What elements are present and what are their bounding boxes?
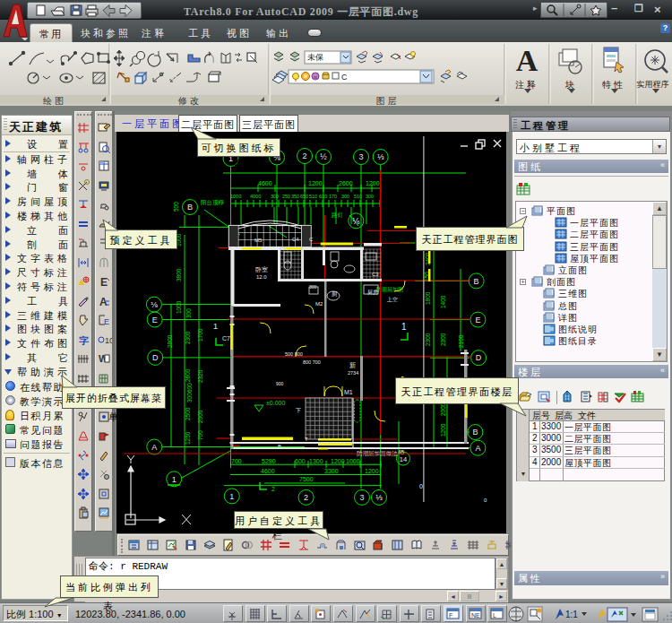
svg-text:0: 0	[484, 498, 487, 503]
svg-text:2734: 2734	[348, 370, 358, 376]
svg-text:14: 14	[400, 455, 407, 463]
svg-text:厨房: 厨房	[367, 289, 378, 295]
svg-text:170: 170	[329, 194, 337, 199]
svg-text:2: 2	[304, 493, 308, 502]
svg-text:300: 300	[271, 194, 279, 199]
svg-text:300: 300	[366, 194, 374, 199]
svg-text:4600: 4600	[258, 180, 272, 186]
svg-text:阳台顶棦: 阳台顶棦	[201, 199, 225, 206]
svg-text:上空: 上空	[386, 297, 398, 302]
svg-text:C7: C7	[222, 335, 230, 342]
svg-text:±0.000: ±0.000	[266, 400, 285, 406]
svg-text:7500: 7500	[299, 476, 314, 482]
svg-text:A: A	[151, 443, 157, 452]
svg-text:2100: 2100	[458, 334, 464, 348]
svg-text:250: 250	[282, 194, 290, 199]
svg-text:E: E	[152, 316, 158, 324]
svg-text:⅓: ⅓	[377, 152, 384, 161]
svg-text:1200: 1200	[440, 423, 446, 437]
svg-text:4000: 4000	[250, 194, 261, 199]
svg-text:1200: 1200	[308, 180, 323, 186]
svg-text:1200: 1200	[366, 180, 380, 186]
svg-text:卧室: 卧室	[255, 266, 268, 273]
svg-text:1: 1	[172, 475, 177, 484]
svg-text:E: E	[100, 276, 108, 289]
svg-text:B: B	[472, 428, 478, 437]
svg-text:2000: 2000	[197, 410, 203, 423]
svg-text:½: ½	[320, 152, 327, 161]
svg-text:2300: 2300	[425, 333, 431, 346]
svg-text:B: B	[474, 277, 479, 286]
svg-text:1200: 1200	[365, 468, 379, 474]
svg-text:1: 1	[229, 492, 234, 501]
svg-text:1000: 1000	[346, 458, 360, 464]
svg-text:300: 300	[186, 393, 193, 402]
svg-text:3: 3	[359, 493, 364, 502]
svg-text:900: 900	[276, 381, 284, 386]
svg-text:300: 300	[341, 194, 349, 199]
svg-text:600: 600	[295, 458, 306, 464]
svg-text:路灯: 路灯	[332, 212, 344, 219]
svg-text:新: 新	[349, 361, 356, 368]
svg-text:300: 300	[309, 284, 317, 290]
svg-text:2320: 2320	[197, 369, 203, 383]
svg-text:E: E	[104, 317, 109, 326]
svg-text:2000: 2000	[440, 402, 446, 416]
svg-text:C3: C3	[372, 272, 379, 277]
svg-text:500 800: 500 800	[285, 351, 303, 357]
svg-text:D: D	[476, 353, 482, 362]
svg-text:下: 下	[296, 408, 301, 413]
svg-text:700: 700	[197, 430, 203, 440]
svg-text:未保: 未保	[307, 53, 323, 62]
svg-text:700: 700	[231, 458, 242, 464]
svg-text:2600: 2600	[185, 368, 191, 382]
svg-text:⅙: ⅙	[352, 217, 360, 226]
svg-text:C4: C4	[292, 237, 299, 242]
svg-text:2300: 2300	[440, 333, 446, 346]
svg-text:2600: 2600	[339, 180, 353, 186]
svg-text:4600: 4600	[261, 468, 275, 474]
svg-text:1800: 1800	[425, 291, 431, 305]
svg-text:⅓: ⅓	[375, 493, 383, 502]
svg-text:⅛: ⅛	[151, 300, 158, 309]
svg-text:NE: NE	[471, 612, 480, 619]
svg-text:1700: 1700	[197, 328, 203, 342]
svg-text:2500: 2500	[185, 407, 191, 420]
svg-text:3800: 3800	[176, 268, 182, 281]
svg-text:45: 45	[398, 449, 405, 455]
svg-text:1: 1	[401, 322, 407, 332]
svg-text:D: D	[152, 353, 159, 362]
svg-text:2: 2	[302, 151, 306, 160]
svg-text:1000: 1000	[176, 300, 182, 314]
svg-text:2: 2	[271, 486, 275, 492]
svg-text:C: C	[341, 73, 348, 82]
svg-text:1400: 1400	[440, 295, 446, 308]
svg-text:T: T	[305, 437, 308, 442]
svg-text:1000: 1000	[230, 194, 241, 199]
svg-text:B: B	[278, 444, 281, 449]
svg-text:12.0: 12.0	[256, 274, 267, 280]
svg-text:2300: 2300	[185, 331, 191, 344]
svg-text:M1: M1	[344, 389, 353, 395]
svg-text:2800: 2800	[167, 334, 173, 348]
svg-text:C: C	[309, 237, 314, 242]
svg-text:10: 10	[105, 336, 112, 345]
svg-text:350: 350	[291, 194, 299, 199]
svg-text:300: 300	[185, 308, 192, 318]
svg-text:500: 500	[173, 202, 179, 212]
svg-text:800 700: 800 700	[303, 359, 321, 365]
svg-text:L: L	[493, 612, 496, 619]
svg-text:F: F	[449, 612, 452, 619]
svg-text:3300: 3300	[324, 468, 339, 474]
svg-text:1200: 1200	[331, 458, 345, 464]
svg-text:600: 600	[186, 383, 193, 393]
svg-text:0: 0	[419, 483, 423, 489]
svg-text:B: B	[187, 203, 193, 212]
svg-text:1:1: 1:1	[565, 610, 578, 619]
svg-text:1300: 1300	[309, 458, 323, 464]
svg-text:字: 字	[79, 335, 89, 346]
svg-text:厨: 厨	[332, 290, 338, 297]
svg-text:1250: 1250	[185, 431, 191, 445]
svg-text:510: 510	[354, 194, 362, 199]
svg-text:5290: 5290	[262, 458, 276, 464]
